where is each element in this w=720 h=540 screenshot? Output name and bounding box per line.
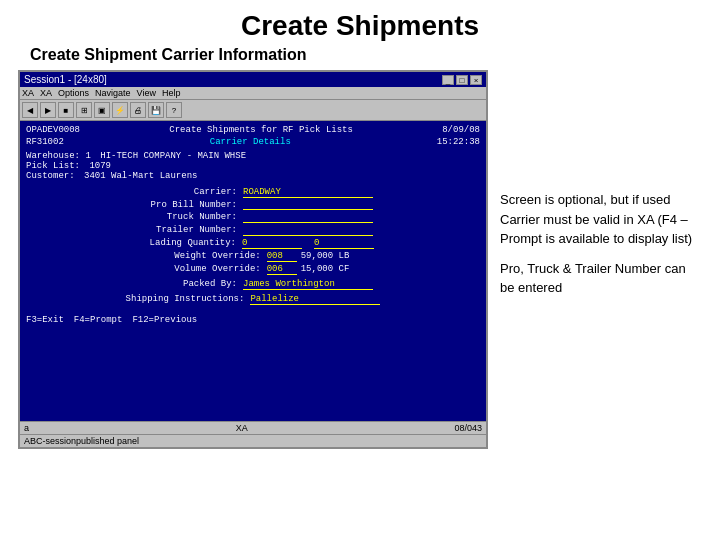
trailer-label: Trailer Number:: [133, 225, 243, 236]
volume-row: Volume Override: 006 15,000 CF: [26, 264, 480, 275]
header-date: 8/09/08: [442, 125, 480, 135]
probill-label: Pro Bill Number:: [133, 200, 243, 210]
customer-row: Customer: 3401 Wal-Mart Laurens: [26, 171, 480, 181]
terminal-menubar: XA XA Options Navigate View Help: [20, 87, 486, 100]
menu-navigate[interactable]: Navigate: [95, 88, 131, 98]
toolbar-btn-3[interactable]: ■: [58, 102, 74, 118]
maximize-button[interactable]: □: [456, 75, 468, 85]
terminal-window: Session1 - [24x80] _ □ × XA XA Options N…: [18, 70, 488, 449]
shipping-instr-row: Shipping Instructions: Pallelize: [26, 294, 480, 305]
header-row: OPADEV0008 Create Shipments for RF Pick …: [26, 125, 480, 135]
carrier-section: Carrier: ROADWAY Pro Bill Number: Truck …: [26, 187, 480, 305]
truck-row: Truck Number:: [26, 212, 480, 223]
terminal-body: OPADEV0008 Create Shipments for RF Pick …: [20, 121, 486, 421]
terminal-taskbar: ABC-sessionpublished panel: [20, 434, 486, 447]
carrier-label: Carrier:: [133, 187, 243, 198]
volume-val: 006: [267, 264, 297, 275]
terminal-footer: F3=Exit F4=Prompt F12=Previous: [26, 313, 480, 327]
f12-key[interactable]: F12=Previous: [132, 315, 197, 325]
lading-val1: 0: [242, 238, 302, 249]
toolbar-btn-2[interactable]: ▶: [40, 102, 56, 118]
f4-key[interactable]: F4=Prompt: [74, 315, 123, 325]
truck-value: [243, 212, 373, 223]
note-2: Pro, Truck & Trailer Number can be enter…: [500, 259, 700, 298]
statusbar-left: a: [24, 423, 29, 433]
warehouse-label: Warehouse:: [26, 151, 80, 161]
shipping-instr-value: Pallelize: [250, 294, 380, 305]
page-subtitle: Create Shipment Carrier Information: [0, 46, 720, 64]
probill-value: [243, 200, 373, 210]
note-1: Screen is optional, but if used Carrier …: [500, 190, 700, 249]
volume-unit: 15,000 CF: [301, 264, 350, 275]
warehouse-row: Warehouse: 1 HI-TECH COMPANY - MAIN WHSE: [26, 151, 480, 161]
probill-row: Pro Bill Number:: [26, 200, 480, 210]
header-center: Create Shipments for RF Pick Lists: [169, 125, 353, 135]
menu-view[interactable]: View: [137, 88, 156, 98]
close-button[interactable]: ×: [470, 75, 482, 85]
toolbar-btn-1[interactable]: ◀: [22, 102, 38, 118]
lading-val2: 0: [314, 238, 374, 249]
picklist-value: 1079: [89, 161, 111, 171]
page-title: Create Shipments: [0, 0, 720, 46]
titlebar-controls[interactable]: _ □ ×: [442, 75, 482, 85]
lading-row: Lading Quantity: 0 0: [26, 238, 480, 249]
shipping-instr-label: Shipping Instructions:: [126, 294, 251, 305]
trailer-row: Trailer Number:: [26, 225, 480, 236]
statusbar-mid: XA: [236, 423, 248, 433]
lading-label: Lading Quantity:: [132, 238, 242, 249]
menu-help[interactable]: Help: [162, 88, 181, 98]
customer-value: 3401 Wal-Mart Laurens: [84, 171, 197, 181]
screen-label: Carrier Details: [210, 137, 291, 147]
packed-row: Packed By: James Worthington: [26, 279, 480, 290]
toolbar-btn-5[interactable]: ▣: [94, 102, 110, 118]
toolbar-btn-9[interactable]: ?: [166, 102, 182, 118]
terminal-statusbar: a XA 08/043: [20, 421, 486, 434]
taskbar-text: ABC-sessionpublished panel: [24, 436, 139, 446]
customer-label: Customer:: [26, 171, 75, 181]
toolbar-btn-7[interactable]: 🖨: [130, 102, 146, 118]
weight-unit: 59,000 LB: [301, 251, 350, 262]
statusbar-right: 08/043: [454, 423, 482, 433]
titlebar-text: Session1 - [24x80]: [24, 74, 107, 85]
header-time: 15:22:38: [437, 137, 480, 147]
notes-section: Screen is optional, but if used Carrier …: [500, 190, 700, 308]
truck-label: Truck Number:: [133, 212, 243, 223]
packed-label: Packed By:: [133, 279, 243, 290]
terminal-toolbar: ◀ ▶ ■ ⊞ ▣ ⚡ 🖨 💾 ?: [20, 100, 486, 121]
warehouse-name: HI-TECH COMPANY - MAIN WHSE: [100, 151, 246, 161]
menu-xa2[interactable]: XA: [40, 88, 52, 98]
trailer-value: [243, 225, 373, 236]
toolbar-btn-6[interactable]: ⚡: [112, 102, 128, 118]
packed-value: James Worthington: [243, 279, 373, 290]
header-row-2: RF31002 Carrier Details 15:22:38: [26, 137, 480, 147]
weight-val: 008: [267, 251, 297, 262]
warehouse-value: 1: [85, 151, 90, 161]
rf-num: RF31002: [26, 137, 64, 147]
carrier-row: Carrier: ROADWAY: [26, 187, 480, 198]
weight-label: Weight Override:: [157, 251, 267, 262]
terminal-titlebar: Session1 - [24x80] _ □ ×: [20, 72, 486, 87]
header-left: OPADEV0008: [26, 125, 80, 135]
toolbar-btn-4[interactable]: ⊞: [76, 102, 92, 118]
menu-options[interactable]: Options: [58, 88, 89, 98]
carrier-value: ROADWAY: [243, 187, 373, 198]
toolbar-btn-8[interactable]: 💾: [148, 102, 164, 118]
volume-label: Volume Override:: [157, 264, 267, 275]
f3-key[interactable]: F3=Exit: [26, 315, 64, 325]
weight-row: Weight Override: 008 59,000 LB: [26, 251, 480, 262]
picklist-label: Pick List:: [26, 161, 80, 171]
minimize-button[interactable]: _: [442, 75, 454, 85]
picklist-row: Pick List: 1079: [26, 161, 480, 171]
menu-xa1[interactable]: XA: [22, 88, 34, 98]
